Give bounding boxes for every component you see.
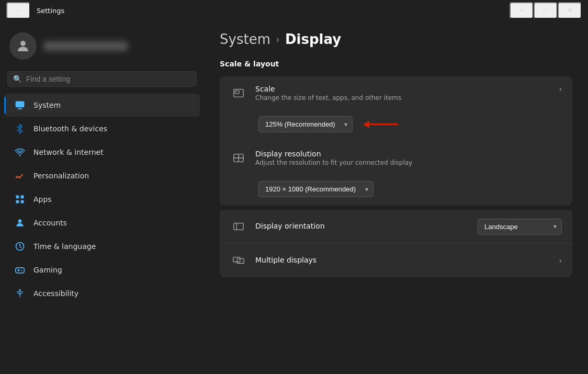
- search-input[interactable]: [26, 75, 191, 83]
- svg-rect-6: [21, 196, 24, 199]
- orientation-dropdown[interactable]: Landscape Portrait Landscape (flipped) P…: [478, 219, 562, 235]
- nav-label-time: Time & language: [33, 242, 190, 251]
- svg-rect-3: [17, 109, 22, 110]
- resolution-desc: Adjust the resolution to fit your connec…: [255, 159, 562, 166]
- sidebar-item-accounts[interactable]: Accounts: [4, 211, 200, 234]
- svg-rect-20: [234, 223, 243, 230]
- titlebar-controls: ─ □ ✕: [510, 2, 582, 19]
- resolution-name: Display resolution: [255, 150, 562, 158]
- svg-rect-21: [233, 257, 240, 262]
- nav-label-bluetooth: Bluetooth & devices: [33, 124, 190, 133]
- svg-point-12: [21, 269, 22, 270]
- section-title: Scale & layout: [220, 60, 572, 70]
- svg-rect-2: [18, 108, 22, 109]
- multiple-displays-icon: [230, 252, 247, 269]
- svg-point-13: [21, 270, 22, 271]
- settings-card: Scale Change the size of text, apps, and…: [220, 76, 572, 206]
- orientation-icon: [230, 218, 247, 235]
- multiple-displays-name: Multiple displays: [255, 256, 546, 264]
- scale-desc: Change the size of text, apps, and other…: [255, 94, 546, 101]
- scale-name: Scale: [255, 85, 546, 93]
- nav-icon-gaming: [14, 264, 26, 276]
- resolution-dropdown-wrapper[interactable]: 1920 × 1080 (Recommended) 1280 × 720 256…: [258, 181, 374, 197]
- nav-icon-system: [14, 99, 26, 111]
- titlebar-left: ← Settings: [6, 2, 64, 19]
- scale-chevron: ›: [559, 85, 562, 93]
- svg-point-14: [19, 289, 20, 291]
- svg-rect-8: [21, 200, 24, 203]
- multiple-displays-text: Multiple displays: [255, 256, 546, 265]
- sidebar-item-accessibility[interactable]: Accessibility: [4, 282, 200, 305]
- sidebar: 🔍 System Bluetooth & devices Network & i…: [0, 21, 204, 374]
- search-box[interactable]: 🔍: [7, 71, 197, 87]
- svg-point-0: [20, 41, 26, 46]
- nav-label-accounts: Accounts: [33, 219, 190, 227]
- nav-icon-accounts: [14, 217, 26, 229]
- content-area: System › Display Scale & layout Scale: [204, 21, 588, 374]
- resolution-setting-row[interactable]: Display resolution Adjust the resolution…: [220, 141, 572, 206]
- nav-label-personalization: Personalization: [33, 172, 190, 180]
- sidebar-item-network[interactable]: Network & internet: [4, 141, 200, 164]
- nav-label-gaming: Gaming: [33, 266, 190, 274]
- svg-rect-22: [237, 258, 244, 263]
- user-section: [0, 26, 204, 69]
- orientation-dropdown-wrapper[interactable]: Landscape Portrait Landscape (flipped) P…: [478, 219, 562, 235]
- svg-rect-1: [16, 101, 25, 108]
- sidebar-item-personalization[interactable]: Personalization: [4, 164, 200, 187]
- scale-text: Scale Change the size of text, apps, and…: [255, 85, 546, 101]
- scale-dropdown[interactable]: 125% (Recommended) 100% 150%: [258, 116, 353, 132]
- titlebar: ← Settings ─ □ ✕: [0, 0, 588, 21]
- multiple-displays-row[interactable]: Multiple displays ›: [220, 244, 572, 277]
- resolution-text: Display resolution Adjust the resolution…: [255, 150, 562, 166]
- back-button[interactable]: ←: [6, 2, 30, 19]
- nav-label-apps: Apps: [33, 195, 190, 203]
- orientation-name: Display orientation: [255, 222, 469, 230]
- svg-point-9: [18, 219, 22, 223]
- breadcrumb: System › Display: [220, 31, 572, 47]
- search-icon: 🔍: [13, 75, 22, 83]
- nav-label-system: System: [33, 101, 190, 109]
- sidebar-item-system[interactable]: System: [4, 94, 200, 117]
- scale-setting-row[interactable]: Scale Change the size of text, apps, and…: [220, 76, 572, 141]
- annotation-arrow: [363, 121, 398, 128]
- nav-icon-time: [14, 240, 26, 253]
- nav-icon-personalization: [14, 169, 26, 182]
- orientation-card: Display orientation Landscape Portrait L…: [220, 210, 572, 277]
- svg-rect-16: [235, 90, 239, 94]
- breadcrumb-parent: System: [220, 31, 270, 47]
- minimize-button[interactable]: ─: [510, 2, 534, 19]
- scale-icon: [230, 85, 247, 101]
- arrow-line: [369, 123, 398, 125]
- sidebar-item-bluetooth[interactable]: Bluetooth & devices: [4, 117, 200, 140]
- avatar: [9, 32, 37, 60]
- breadcrumb-separator: ›: [276, 33, 280, 46]
- svg-rect-5: [16, 196, 19, 199]
- app-container: 🔍 System Bluetooth & devices Network & i…: [0, 21, 588, 374]
- nav-container: System Bluetooth & devices Network & int…: [0, 93, 204, 305]
- orientation-row[interactable]: Display orientation Landscape Portrait L…: [220, 210, 572, 244]
- nav-icon-accessibility: [14, 287, 26, 300]
- arrow-head: [363, 121, 369, 128]
- user-name: [44, 41, 128, 51]
- resolution-control: 1920 × 1080 (Recommended) 1280 × 720 256…: [230, 181, 374, 197]
- nav-label-accessibility: Accessibility: [33, 289, 190, 298]
- app-title: Settings: [37, 7, 64, 15]
- multiple-displays-chevron: ›: [559, 256, 562, 265]
- resolution-dropdown[interactable]: 1920 × 1080 (Recommended) 1280 × 720 256…: [258, 181, 374, 197]
- svg-rect-7: [16, 200, 19, 203]
- maximize-button[interactable]: □: [534, 2, 558, 19]
- nav-icon-network: [14, 146, 26, 158]
- sidebar-item-apps[interactable]: Apps: [4, 188, 200, 211]
- svg-point-4: [19, 154, 20, 156]
- sidebar-item-time[interactable]: Time & language: [4, 235, 200, 258]
- nav-icon-apps: [14, 193, 26, 206]
- sidebar-item-gaming[interactable]: Gaming: [4, 258, 200, 281]
- orientation-text: Display orientation: [255, 222, 469, 231]
- nav-icon-bluetooth: [14, 122, 26, 135]
- close-button[interactable]: ✕: [558, 2, 582, 19]
- scale-dropdown-wrapper[interactable]: 125% (Recommended) 100% 150%: [258, 116, 353, 132]
- resolution-icon: [230, 150, 247, 166]
- orientation-control: Landscape Portrait Landscape (flipped) P…: [478, 219, 562, 235]
- breadcrumb-current: Display: [285, 31, 341, 47]
- nav-label-network: Network & internet: [33, 148, 190, 156]
